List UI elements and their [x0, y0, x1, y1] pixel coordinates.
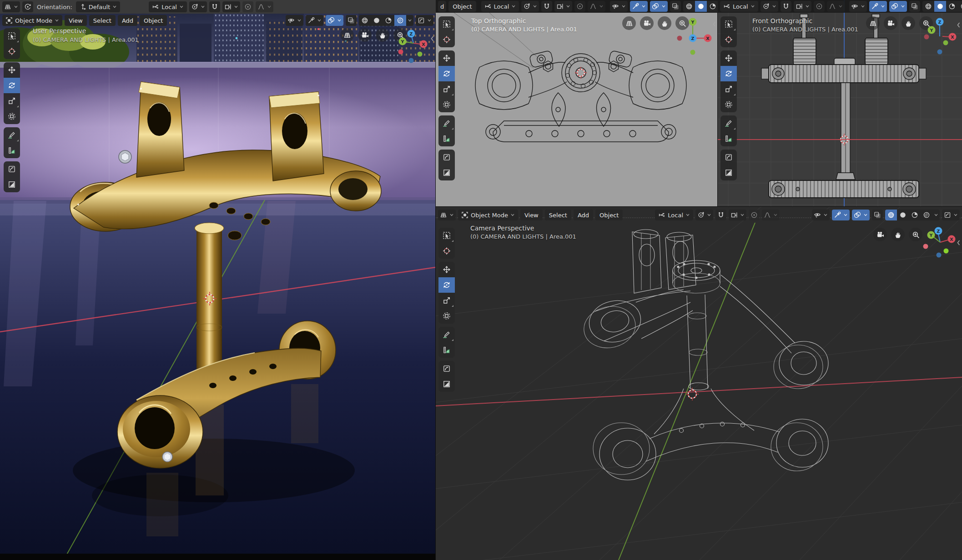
- menu-view[interactable]: View: [65, 15, 87, 26]
- menu-add[interactable]: Add: [118, 15, 137, 26]
- falloff-dropdown[interactable]: [762, 210, 780, 220]
- top-ortho-canvas[interactable]: [436, 13, 718, 207]
- snap-target-dropdown[interactable]: [222, 1, 240, 12]
- tool-annotate-button[interactable]: [4, 127, 20, 143]
- tool-transform-button[interactable]: [438, 308, 455, 324]
- show-gizmo-dropdown[interactable]: [630, 1, 648, 12]
- pivot-dropdown[interactable]: [695, 210, 713, 220]
- pivot-dropdown[interactable]: [521, 1, 539, 12]
- nav-hand-button[interactable]: [891, 228, 905, 241]
- snap-toggle[interactable]: [781, 1, 791, 12]
- tool-rotate-button[interactable]: [720, 66, 737, 81]
- tool-measure-button[interactable]: [720, 131, 737, 146]
- collapse-panel-icon[interactable]: [711, 19, 717, 29]
- visibility-dropdown[interactable]: [849, 1, 867, 12]
- nav-hand-button[interactable]: [902, 16, 915, 30]
- snap-target-dropdown[interactable]: [794, 1, 811, 12]
- show-overlays-dropdown[interactable]: [889, 1, 907, 12]
- axis-navigation-gizmo[interactable]: Z Y X: [395, 25, 432, 66]
- tool-triangle-button[interactable]: [720, 165, 737, 180]
- menu-add-fragment[interactable]: d: [438, 1, 446, 12]
- transform-orientation-dropdown[interactable]: Local: [149, 1, 187, 12]
- shading-rendered-button[interactable]: [394, 15, 406, 26]
- snap-toggle[interactable]: [715, 210, 726, 220]
- snap-toggle[interactable]: [541, 1, 552, 12]
- show-overlays-dropdown[interactable]: [852, 210, 870, 220]
- tool-cursor-button[interactable]: [438, 243, 455, 259]
- nav-hand-button[interactable]: [376, 28, 389, 42]
- tool-rotate-button[interactable]: [438, 277, 455, 293]
- tool-cursor-button[interactable]: [4, 44, 20, 59]
- tool-transform-button[interactable]: [438, 97, 455, 112]
- tool-cursor-button[interactable]: [438, 32, 455, 47]
- tool-measure-button[interactable]: [438, 131, 455, 146]
- shading-wireframe-button[interactable]: [885, 210, 897, 220]
- rendered-viewport-canvas[interactable]: [0, 14, 436, 560]
- tool-rotate-button[interactable]: [4, 78, 20, 93]
- xray-toggle[interactable]: [909, 1, 920, 12]
- shading-wireframe-button[interactable]: [359, 15, 371, 26]
- snap-target-dropdown[interactable]: [729, 210, 746, 220]
- collapse-panel-icon[interactable]: [429, 34, 435, 44]
- falloff-dropdown[interactable]: [588, 1, 605, 12]
- tool-move-button[interactable]: [438, 50, 455, 66]
- editor-type-button[interactable]: [2, 1, 20, 12]
- nav-hand-button[interactable]: [658, 16, 671, 30]
- proportional-editing-toggle[interactable]: [574, 1, 585, 12]
- tool-triangle-button[interactable]: [4, 177, 20, 192]
- tool-arc-button[interactable]: [438, 361, 455, 376]
- show-gizmo-dropdown[interactable]: [306, 15, 323, 26]
- tool-select-box-button[interactable]: [4, 28, 20, 44]
- visibility-dropdown[interactable]: [610, 1, 628, 12]
- nav-grid-button[interactable]: [622, 16, 636, 30]
- active-tool-indicator[interactable]: [22, 1, 33, 12]
- tool-arc-button[interactable]: [438, 150, 455, 165]
- tool-scale-button[interactable]: [720, 81, 737, 97]
- collapse-panel-icon[interactable]: [955, 20, 962, 30]
- menu-object[interactable]: Object: [448, 1, 476, 12]
- xray-toggle[interactable]: [670, 1, 681, 12]
- show-gizmo-dropdown[interactable]: [869, 1, 887, 12]
- shading-solid-button[interactable]: [371, 15, 383, 26]
- axis-navigation-gizmo[interactable]: Z Y X: [922, 225, 960, 264]
- tool-annotate-button[interactable]: [720, 115, 737, 131]
- tool-scale-button[interactable]: [438, 81, 455, 97]
- tool-transform-button[interactable]: [720, 97, 737, 112]
- menu-select[interactable]: Select: [89, 15, 116, 26]
- tool-move-button[interactable]: [4, 62, 20, 78]
- header-extras-dropdown[interactable]: [942, 210, 960, 220]
- proportional-editing-toggle[interactable]: [242, 1, 253, 12]
- tool-arc-button[interactable]: [4, 161, 20, 177]
- header-extras-dropdown[interactable]: [416, 15, 433, 26]
- pivot-dropdown[interactable]: [761, 1, 778, 12]
- shading-material-button[interactable]: [707, 1, 718, 12]
- tool-scale-button[interactable]: [438, 293, 455, 308]
- tool-select-box-button[interactable]: [438, 16, 455, 32]
- tool-select-box-button[interactable]: [720, 16, 737, 32]
- shading-dropdown[interactable]: [932, 210, 940, 220]
- tool-move-button[interactable]: [720, 50, 737, 66]
- shading-solid-button[interactable]: [934, 1, 946, 12]
- collapse-panel-icon[interactable]: [955, 238, 962, 248]
- axis-navigation-gizmo[interactable]: Y Z X: [676, 15, 714, 57]
- tool-measure-button[interactable]: [4, 143, 20, 158]
- xray-toggle[interactable]: [872, 210, 883, 220]
- shading-dropdown[interactable]: [406, 15, 413, 26]
- show-gizmo-dropdown[interactable]: [832, 210, 850, 220]
- nav-camera-button[interactable]: [640, 16, 654, 30]
- axis-navigation-gizmo[interactable]: Z Y X: [921, 15, 959, 57]
- shading-wireframe-button[interactable]: [683, 1, 695, 12]
- mode-dropdown[interactable]: Object Mode: [458, 210, 518, 220]
- tool-rotate-button[interactable]: [438, 66, 455, 81]
- nav-camera-button[interactable]: [884, 16, 897, 30]
- tool-cursor-button[interactable]: [720, 32, 737, 47]
- pivot-dropdown[interactable]: [189, 1, 207, 12]
- tool-scale-button[interactable]: [4, 93, 20, 109]
- tool-annotate-button[interactable]: [438, 115, 455, 131]
- proportional-editing-toggle[interactable]: [814, 1, 825, 12]
- menu-object[interactable]: Object: [595, 210, 623, 220]
- nav-camera-button[interactable]: [358, 28, 372, 42]
- tool-transform-button[interactable]: [4, 109, 20, 124]
- menu-object[interactable]: Object: [140, 15, 167, 26]
- falloff-dropdown[interactable]: [256, 1, 273, 12]
